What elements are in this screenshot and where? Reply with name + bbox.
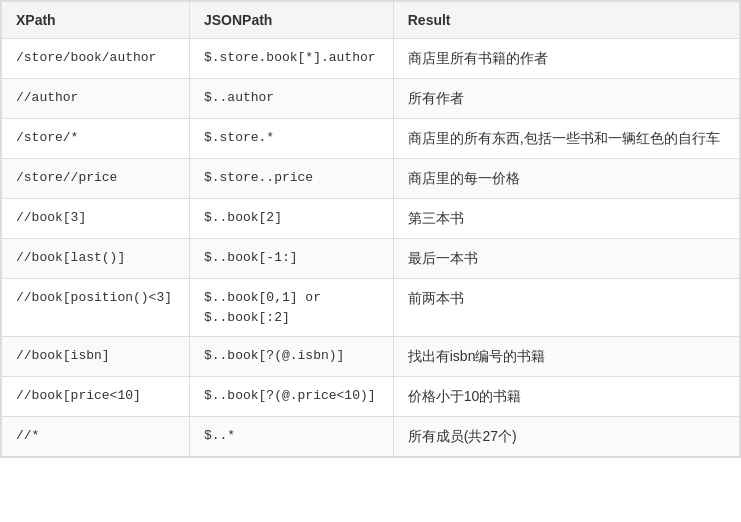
cell-jsonpath: $..author <box>189 79 393 119</box>
cell-result: 第三本书 <box>393 199 739 239</box>
header-result: Result <box>393 2 739 39</box>
cell-jsonpath: $..book[0,1] or$..book[:2] <box>189 279 393 337</box>
table-row: //book[isbn]$..book[?(@.isbn)]找出有isbn编号的… <box>2 337 740 377</box>
cell-result: 价格小于10的书籍 <box>393 377 739 417</box>
cell-jsonpath: $.store..price <box>189 159 393 199</box>
cell-xpath: //* <box>2 417 190 457</box>
cell-result: 前两本书 <box>393 279 739 337</box>
cell-jsonpath: $.store.* <box>189 119 393 159</box>
cell-xpath: //book[isbn] <box>2 337 190 377</box>
cell-xpath: //book[3] <box>2 199 190 239</box>
cell-jsonpath: $..book[?(@.isbn)] <box>189 337 393 377</box>
cell-jsonpath: $..book[2] <box>189 199 393 239</box>
cell-result: 找出有isbn编号的书籍 <box>393 337 739 377</box>
cell-jsonpath: $..book[?(@.price<10)] <box>189 377 393 417</box>
header-xpath: XPath <box>2 2 190 39</box>
cell-jsonpath: $..* <box>189 417 393 457</box>
header-jsonpath: JSONPath <box>189 2 393 39</box>
cell-result: 最后一本书 <box>393 239 739 279</box>
cell-xpath: //book[last()] <box>2 239 190 279</box>
table-row: //book[position()<3]$..book[0,1] or$..bo… <box>2 279 740 337</box>
table-row: //book[last()]$..book[-1:]最后一本书 <box>2 239 740 279</box>
comparison-table: XPath JSONPath Result /store/book/author… <box>0 0 741 458</box>
table-row: //author$..author所有作者 <box>2 79 740 119</box>
cell-result: 所有成员(共27个) <box>393 417 739 457</box>
cell-jsonpath: $.store.book[*].author <box>189 39 393 79</box>
table-row: //*$..*所有成员(共27个) <box>2 417 740 457</box>
cell-result: 商店里所有书籍的作者 <box>393 39 739 79</box>
cell-result: 所有作者 <box>393 79 739 119</box>
table-row: /store/*$.store.*商店里的所有东西,包括一些书和一辆红色的自行车 <box>2 119 740 159</box>
cell-result: 商店里的所有东西,包括一些书和一辆红色的自行车 <box>393 119 739 159</box>
table-row: //book[3]$..book[2]第三本书 <box>2 199 740 239</box>
cell-xpath: /store//price <box>2 159 190 199</box>
table-row: //book[price<10]$..book[?(@.price<10)]价格… <box>2 377 740 417</box>
cell-xpath: //book[position()<3] <box>2 279 190 337</box>
cell-xpath: //book[price<10] <box>2 377 190 417</box>
cell-jsonpath: $..book[-1:] <box>189 239 393 279</box>
cell-result: 商店里的每一价格 <box>393 159 739 199</box>
table-row: /store/book/author$.store.book[*].author… <box>2 39 740 79</box>
table-row: /store//price$.store..price商店里的每一价格 <box>2 159 740 199</box>
cell-xpath: /store/* <box>2 119 190 159</box>
cell-xpath: //author <box>2 79 190 119</box>
cell-xpath: /store/book/author <box>2 39 190 79</box>
